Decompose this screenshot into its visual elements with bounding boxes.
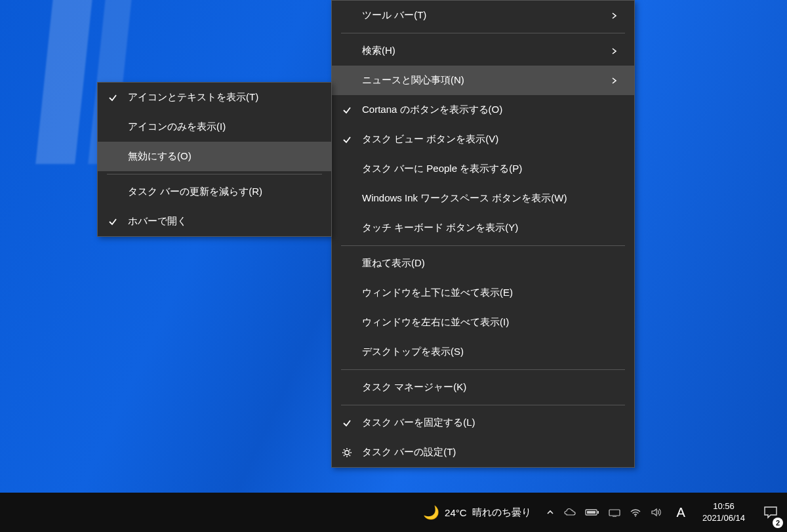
context-menu-item-15[interactable]: タスク マネージャー(K) — [332, 373, 634, 402]
context-menu-item-3[interactable]: ニュースと関心事項(N) — [332, 66, 634, 95]
submenu-item-5[interactable]: ホバーで開く — [98, 207, 331, 236]
context-menu-item-label: タスク マネージャー(K) — [362, 381, 604, 394]
submenu-item-0[interactable]: アイコンとテキストを表示(T) — [98, 83, 331, 112]
context-menu-item-label: タッチ キーボード ボタンを表示(Y) — [362, 222, 604, 234]
gear-icon — [332, 447, 362, 458]
context-menu-item-label: ウィンドウを左右に並べて表示(I) — [362, 316, 604, 329]
context-menu-item-0[interactable]: ツール バー(T) — [332, 1, 634, 30]
onedrive-icon[interactable] — [564, 508, 576, 517]
context-menu-item-13[interactable]: デスクトップを表示(S) — [332, 337, 634, 367]
context-menu-item-label: Cortana のボタンを表示する(O) — [362, 104, 604, 116]
svg-rect-12 — [609, 510, 620, 516]
taskbar[interactable]: 🌙 24°C 晴れのち曇り A 10:56 2021/06/14 2 — [0, 493, 787, 532]
chevron-right-icon — [604, 47, 624, 56]
context-menu-item-7[interactable]: Windows Ink ワークスペース ボタンを表示(W) — [332, 184, 634, 213]
tray-chevron-up-icon[interactable] — [546, 508, 555, 517]
svg-line-5 — [344, 449, 345, 451]
ime-indicator[interactable]: A — [669, 505, 693, 520]
system-tray[interactable] — [539, 493, 669, 532]
context-menu-item-12[interactable]: ウィンドウを左右に並べて表示(I) — [332, 308, 634, 337]
svg-line-8 — [350, 449, 351, 451]
context-menu-item-10[interactable]: 重ねて表示(D) — [332, 249, 634, 278]
svg-line-6 — [350, 455, 351, 456]
context-menu-item-label: 検索(H) — [362, 45, 604, 57]
context-menu-item-label: ウィンドウを上下に並べて表示(E) — [362, 287, 604, 299]
notification-icon — [763, 506, 778, 519]
svg-point-0 — [345, 450, 349, 454]
svg-rect-10 — [597, 511, 599, 514]
taskbar-clock[interactable]: 10:56 2021/06/14 — [693, 501, 754, 523]
context-menu-item-label: ツール バー(T) — [362, 9, 604, 22]
context-menu-item-label: 重ねて表示(D) — [362, 257, 604, 270]
ime-mode-label: A — [677, 505, 685, 520]
check-icon — [332, 134, 362, 145]
context-menu-item-17[interactable]: タスク バーを固定する(L) — [332, 408, 634, 438]
context-menu-item-2[interactable]: 検索(H) — [332, 36, 634, 66]
submenu-item-label: タスク バーの更新を減らす(R) — [128, 186, 301, 198]
context-menu-item-8[interactable]: タッチ キーボード ボタンを表示(Y) — [332, 213, 634, 243]
context-menu-separator — [341, 405, 625, 405]
check-icon — [332, 105, 362, 115]
check-icon — [98, 216, 128, 227]
check-icon — [98, 92, 128, 103]
taskbar-context-menu: ツール バー(T)検索(H)ニュースと関心事項(N)Cortana のボタンを表… — [331, 0, 635, 468]
svg-rect-11 — [587, 511, 595, 514]
submenu-item-label: アイコンとテキストを表示(T) — [128, 91, 301, 104]
context-menu-item-6[interactable]: タスク バーに People を表示する(P) — [332, 154, 634, 184]
svg-point-14 — [635, 516, 636, 517]
volume-icon[interactable] — [651, 508, 662, 517]
submenu-item-label: ホバーで開く — [128, 215, 301, 228]
submenu-item-2[interactable]: 無効にする(O) — [98, 142, 331, 171]
context-menu-item-4[interactable]: Cortana のボタンを表示する(O) — [332, 95, 634, 125]
submenu-separator — [107, 174, 322, 174]
weather-description: 晴れのち曇り — [472, 506, 531, 519]
chevron-right-icon — [604, 76, 624, 85]
context-menu-item-11[interactable]: ウィンドウを上下に並べて表示(E) — [332, 278, 634, 308]
svg-line-7 — [344, 455, 345, 456]
context-menu-separator — [341, 245, 625, 246]
news-interests-submenu: アイコンとテキストを表示(T)アイコンのみを表示(I)無効にする(O)タスク バ… — [97, 82, 332, 237]
context-menu-item-label: タスク バーの設定(T) — [362, 446, 604, 459]
action-center-button[interactable]: 2 — [754, 493, 787, 532]
notification-badge: 2 — [773, 518, 783, 528]
taskbar-weather[interactable]: 🌙 24°C 晴れのち曇り — [415, 493, 539, 532]
moon-icon: 🌙 — [423, 504, 439, 520]
chevron-right-icon — [604, 11, 624, 20]
context-menu-item-label: ニュースと関心事項(N) — [362, 74, 604, 87]
context-menu-item-label: タスク バーに People を表示する(P) — [362, 163, 604, 175]
context-menu-item-18[interactable]: タスク バーの設定(T) — [332, 438, 634, 467]
weather-temperature: 24°C — [445, 507, 467, 518]
check-icon — [332, 418, 362, 428]
battery-icon[interactable] — [585, 508, 599, 517]
submenu-item-1[interactable]: アイコンのみを表示(I) — [98, 112, 331, 142]
network-icon[interactable] — [609, 508, 620, 517]
submenu-item-4[interactable]: タスク バーの更新を減らす(R) — [98, 177, 331, 207]
context-menu-item-5[interactable]: タスク ビュー ボタンを表示(V) — [332, 125, 634, 154]
clock-date: 2021/06/14 — [702, 512, 745, 524]
context-menu-item-label: デスクトップを表示(S) — [362, 346, 604, 358]
submenu-item-label: アイコンのみを表示(I) — [128, 121, 301, 133]
context-menu-item-label: タスク バーを固定する(L) — [362, 417, 604, 429]
context-menu-item-label: Windows Ink ワークスペース ボタンを表示(W) — [362, 192, 604, 205]
clock-time: 10:56 — [702, 501, 745, 512]
context-menu-separator — [341, 369, 625, 370]
context-menu-item-label: タスク ビュー ボタンを表示(V) — [362, 133, 604, 146]
context-menu-separator — [341, 33, 625, 33]
submenu-item-label: 無効にする(O) — [128, 150, 301, 163]
wifi-icon[interactable] — [630, 508, 641, 517]
